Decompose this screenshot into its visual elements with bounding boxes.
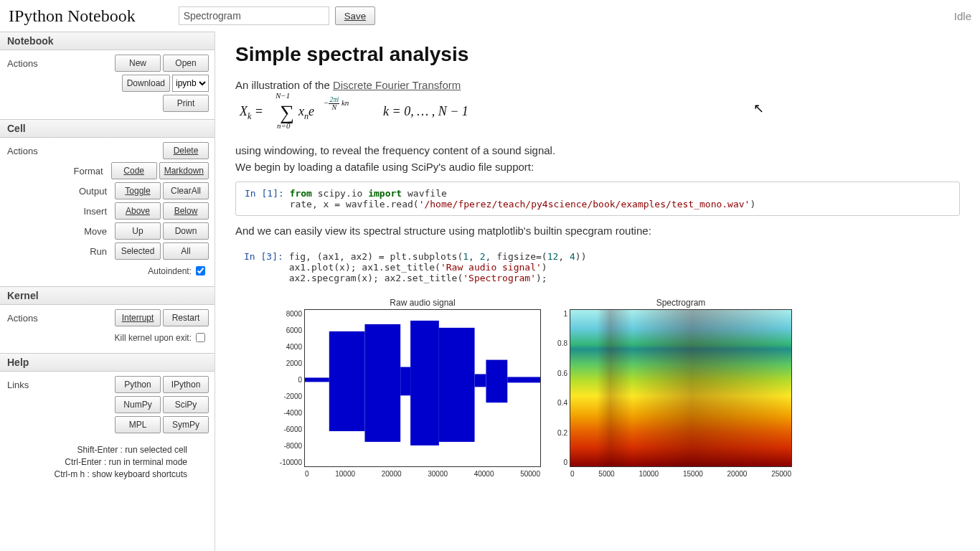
down-button[interactable]: Down [163,222,209,240]
output-plots: Raw audio signal 80006000400020000-2000-… [304,298,960,467]
keyboard-hints: Shift-Enter : run selected cell Ctrl-Ent… [0,441,215,486]
print-button[interactable]: Print [163,95,209,112]
svg-rect-5 [439,328,475,442]
page-title: Simple spectral analysis [235,43,960,66]
spectrogram-canvas [570,310,791,466]
spectrogram-plot: Spectrogram 10.80.60.40.20 0500010000150… [570,298,792,467]
output-label: Output [79,186,107,197]
svg-rect-3 [400,367,410,396]
kill-kernel-checkbox[interactable] [196,333,205,342]
format-label: Format [73,166,103,176]
autoindent-checkbox[interactable] [196,266,205,276]
notebook-name-input[interactable] [179,6,329,25]
waveform-xticks: 01000020000300004000050000 [305,470,540,478]
dft-link[interactable]: Discrete Fourier Transform [333,79,461,91]
svg-rect-4 [410,321,439,446]
code-button[interactable]: Code [111,162,157,179]
code-cell-1[interactable]: In [1]: from scipy.io import wavfile rat… [235,182,960,216]
svg-rect-7 [486,360,507,403]
python-link[interactable]: Python [115,376,161,393]
mpl-link[interactable]: MPL [115,416,161,433]
dft-formula: Xk = N−1 ∑ n=0 xne −2πiN kn k = 0, … , N… [240,97,960,131]
code-cell-3[interactable]: In [3]: fig, (ax1, ax2) = plt.subplots(1… [235,245,960,289]
above-button[interactable]: Above [115,202,161,220]
intro-line: An illustration of the Discrete Fourier … [235,79,960,91]
run-all-button[interactable]: All [163,242,209,260]
markdown-button[interactable]: Markdown [159,162,209,179]
para-windowing: using windowing, to reveal the frequency… [235,144,960,156]
panel-header-help[interactable]: Help [0,353,215,372]
up-button[interactable]: Up [115,222,161,240]
specgram-xticks: 0500010000150002000025000 [570,470,791,478]
scipy-link[interactable]: SciPy [163,396,209,413]
kill-kernel-label: Kill kernel upon exit: [115,333,192,343]
svg-rect-2 [364,324,400,442]
insert-label: Insert [83,206,107,217]
para-specgram: And we can easily view its spectral stru… [235,225,960,237]
links-label: Links [7,380,29,390]
panel-header-kernel[interactable]: Kernel [0,286,215,305]
app-title: IPython Notebook [9,6,136,26]
svg-rect-6 [475,374,486,387]
actions-label: Actions [7,313,38,324]
ipython-link[interactable]: IPython [163,376,209,393]
panel-header-cell[interactable]: Cell [0,119,215,138]
kernel-status: Idle [954,10,971,22]
run-selected-button[interactable]: Selected [115,242,161,260]
clearall-button[interactable]: ClearAll [163,182,209,199]
waveform-yticks: 80006000400020000-2000-4000-6000-8000-10… [273,310,302,466]
sympy-link[interactable]: SymPy [163,416,209,433]
download-format-select[interactable]: ipynb [172,75,209,92]
waveform-plot: Raw audio signal 80006000400020000-2000-… [304,298,541,467]
below-button[interactable]: Below [163,202,209,220]
specgram-yticks: 10.80.60.40.20 [549,310,567,466]
actions-label: Actions [7,146,38,156]
open-button[interactable]: Open [163,55,209,72]
para-loading: We begin by loading a datafile using Sci… [235,161,960,173]
toggle-button[interactable]: Toggle [115,182,161,199]
svg-rect-1 [329,331,365,431]
run-label: Run [90,246,107,257]
interrupt-button[interactable]: Interrupt [115,309,161,326]
download-button[interactable]: Download [122,75,170,92]
move-label: Move [84,226,107,237]
save-button[interactable]: Save [335,6,375,25]
actions-label: Actions [7,58,38,69]
autoindent-label: Autoindent: [148,266,192,276]
waveform-svg [305,310,540,467]
svg-rect-0 [305,377,329,382]
numpy-link[interactable]: NumPy [115,396,161,413]
notebook-content[interactable]: Simple spectral analysis An illustration… [215,32,980,551]
restart-button[interactable]: Restart [163,309,209,326]
delete-button[interactable]: Delete [163,142,209,159]
new-button[interactable]: New [115,55,161,72]
panel-header-notebook[interactable]: Notebook [0,32,215,50]
sidebar: Notebook Actions New Open Download ipynb… [0,32,215,551]
svg-rect-8 [507,377,540,382]
